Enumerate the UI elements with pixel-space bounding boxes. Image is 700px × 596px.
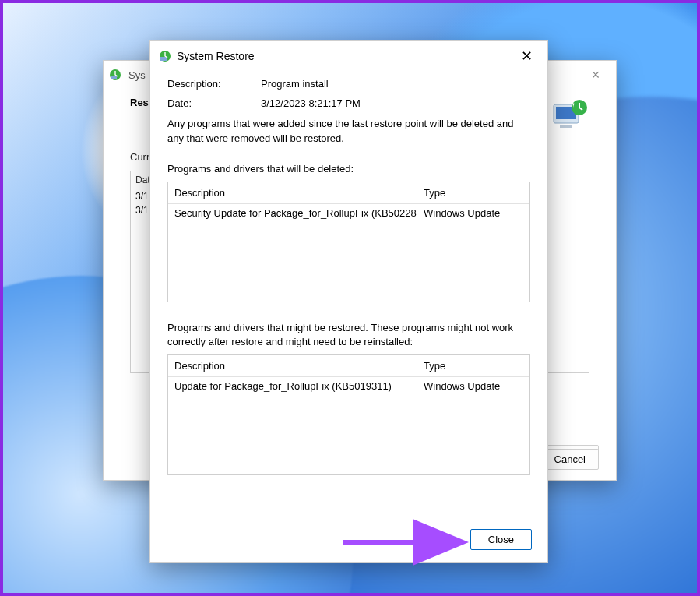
restored-col-description[interactable]: Description (168, 355, 417, 376)
restored-section-label: Programs and drivers that might be resto… (167, 321, 530, 351)
deleted-col-type[interactable]: Type (417, 182, 529, 203)
restored-row-type: Windows Update (417, 377, 529, 395)
front-close-icon[interactable]: ✕ (513, 48, 540, 65)
deleted-row-type: Windows Update (417, 204, 529, 222)
list-item[interactable]: Update for Package_for_RollupFix (KB5019… (168, 377, 529, 395)
svg-rect-1 (111, 76, 117, 79)
description-value: Program install (261, 78, 329, 90)
system-restore-icon (158, 49, 172, 63)
close-button[interactable]: Close (470, 529, 532, 550)
back-close-icon[interactable]: × (580, 67, 611, 83)
restored-programs-list[interactable]: Description Type Update for Package_for_… (167, 354, 530, 475)
info-text: Any programs that were added since the l… (167, 117, 530, 146)
front-titlebar: System Restore ✕ (150, 41, 547, 72)
deleted-row-desc: Security Update for Package_for_RollupFi… (168, 204, 417, 222)
front-window-title: System Restore (177, 50, 508, 62)
svg-rect-4 (560, 125, 572, 128)
restored-col-type[interactable]: Type (417, 355, 529, 376)
deleted-programs-list[interactable]: Description Type Security Update for Pac… (167, 182, 530, 302)
cancel-button[interactable]: Cancel (541, 449, 599, 470)
deleted-col-description[interactable]: Description (168, 182, 417, 203)
restore-pc-icon (549, 97, 589, 137)
svg-rect-7 (160, 57, 167, 61)
restored-row-desc: Update for Package_for_RollupFix (KB5019… (168, 377, 417, 395)
description-label: Description: (167, 78, 261, 90)
deleted-section-label: Programs and drivers that will be delete… (167, 162, 530, 177)
system-restore-details-window: System Restore ✕ Description: Program in… (149, 40, 548, 563)
date-label: Date: (167, 97, 261, 109)
list-item[interactable]: Security Update for Package_for_RollupFi… (168, 204, 529, 222)
date-value: 3/12/2023 8:21:17 PM (261, 97, 361, 109)
system-restore-icon (108, 68, 122, 82)
